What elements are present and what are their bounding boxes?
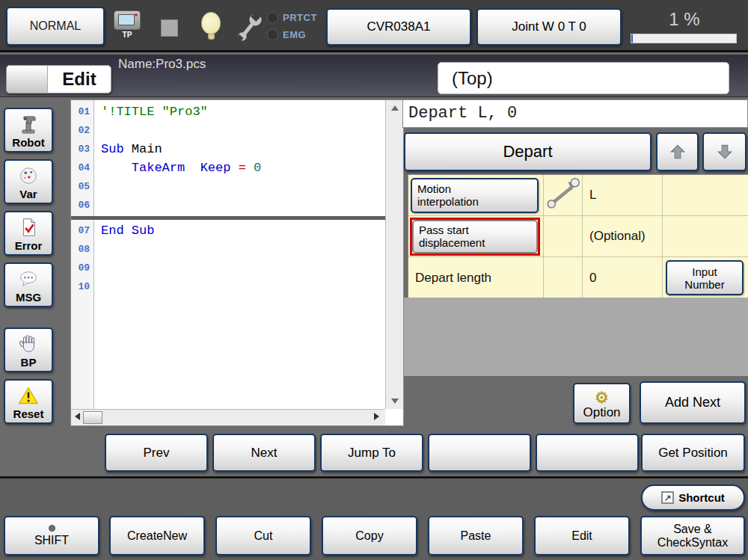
dice-icon: [17, 163, 40, 188]
param-action-cell: [663, 175, 748, 216]
param-button[interactable]: Motion interpolation: [411, 178, 539, 213]
nav-button-blank[interactable]: [536, 434, 639, 472]
nav-button-jump-to[interactable]: Jump To: [320, 434, 423, 472]
code-line[interactable]: 10: [71, 277, 385, 296]
teach-pendant-screen: NORMAL TP PRTCT EMG: [0, 0, 748, 560]
shortcut-button[interactable]: ↗ Shortcut: [641, 484, 745, 511]
code-line[interactable]: 09: [71, 259, 385, 277]
code-line[interactable]: 05: [71, 177, 385, 196]
prtct-indicator: PRTCT: [267, 12, 317, 23]
sidebar-button-reset[interactable]: Reset: [4, 379, 53, 424]
param-label: Depart length: [408, 271, 491, 286]
scroll-left-icon[interactable]: [75, 413, 80, 420]
wrench-icon[interactable]: [235, 9, 265, 46]
command-select-button[interactable]: Depart: [404, 132, 652, 171]
tp-led-icon: [135, 13, 138, 16]
tab-edit[interactable]: Edit: [6, 65, 111, 93]
code-line[interactable]: 06: [71, 196, 385, 215]
sidebar-button-error[interactable]: Error: [4, 211, 53, 256]
stop-square-icon[interactable]: [161, 19, 178, 37]
sidebar-button-label: Robot: [12, 136, 44, 150]
line-number: 04: [71, 162, 94, 173]
horizontal-scroll-thumb[interactable]: [83, 411, 102, 424]
param-label-cell: Depart length: [408, 257, 544, 298]
error-doc-icon: [17, 215, 40, 239]
param-action-cell: Input Number: [663, 257, 748, 298]
param-label-cell: Pass start displacement: [408, 216, 544, 257]
sidebar-button-var[interactable]: Var: [4, 159, 53, 204]
vertical-scrollbar[interactable]: [385, 100, 403, 409]
code-line[interactable]: 08: [71, 240, 385, 259]
sidebar-button-msg[interactable]: MSG: [4, 262, 53, 307]
param-icon-cell: [544, 257, 583, 298]
line-number: 06: [71, 200, 94, 211]
fkey-button-createnew[interactable]: CreateNew: [109, 516, 205, 556]
speed-progress-bar: [631, 34, 737, 43]
fkey-label: CreateNew: [127, 529, 187, 543]
nav-button-blank[interactable]: [428, 434, 531, 472]
teach-pendant-icon[interactable]: TP: [111, 10, 144, 43]
code-line[interactable]: 02: [71, 121, 385, 140]
nav-button-next[interactable]: Next: [212, 434, 316, 472]
code-line[interactable]: 03Sub Main: [71, 140, 385, 159]
input-number-button[interactable]: Input Number: [666, 260, 744, 295]
statement-field[interactable]: Depart L, 0: [402, 99, 748, 128]
fkey-button-shift[interactable]: SHIFT: [4, 516, 99, 556]
message-icon: [17, 266, 40, 291]
code-area[interactable]: 01'!TITLE "Pro3"0203Sub Main04 TakeArm K…: [71, 100, 385, 409]
fkey-button-paste[interactable]: Paste: [428, 516, 524, 556]
sidebar-button-robot[interactable]: Robot: [4, 108, 53, 153]
scroll-up-icon[interactable]: [391, 105, 399, 111]
code-lines: 01'!TITLE "Pro3"0203Sub Main04 TakeArm K…: [71, 102, 385, 296]
fkey-label: Save & CheckSyntax: [657, 523, 728, 550]
fkey-label: Copy: [355, 529, 383, 543]
command-up-button[interactable]: [656, 132, 699, 171]
scroll-down-icon[interactable]: [391, 399, 399, 404]
command-down-button[interactable]: [702, 132, 747, 171]
nav-button-prev[interactable]: Prev: [105, 434, 208, 472]
fkey-button-copy[interactable]: Copy: [322, 516, 417, 556]
bottom-panel: ↗ Shortcut SHIFTCreateNewCutCopyPasteEdi…: [0, 479, 748, 560]
sidebar-button-bp[interactable]: BP: [4, 327, 53, 372]
sidebar-button-label: BP: [21, 356, 37, 369]
fkey-label: SHIFT: [34, 534, 69, 547]
arrow-up-icon: [668, 142, 687, 161]
code-editor[interactable]: 01'!TITLE "Pro3"0203Sub Main04 TakeArm K…: [70, 99, 404, 426]
tp-device-icon: [114, 10, 141, 30]
code-line[interactable]: 07End Sub: [71, 221, 385, 240]
sidebar-button-label: MSG: [16, 291, 41, 304]
param-value: 0: [583, 271, 596, 286]
fkey-button-edit[interactable]: Edit: [534, 516, 630, 556]
controller-button[interactable]: CVR038A1: [326, 8, 471, 46]
scroll-right-icon[interactable]: [374, 413, 379, 420]
add-next-button[interactable]: Add Next: [640, 381, 746, 424]
highlight-frame: Pass start displacement: [410, 218, 540, 256]
horizontal-scrollbar[interactable]: [71, 409, 385, 425]
fkey-button-cut[interactable]: Cut: [215, 516, 311, 556]
lamp-icon[interactable]: [201, 12, 221, 34]
code-text: TakeArm Keep = 0: [94, 161, 261, 175]
param-value-cell: L: [583, 175, 663, 216]
param-icon-cell: [544, 216, 583, 257]
fkey-label: Cut: [254, 529, 273, 543]
joint-mode-button[interactable]: Joint W 0 T 0: [476, 8, 622, 46]
code-line[interactable]: 04 TakeArm Keep = 0: [71, 159, 385, 177]
option-button[interactable]: ⚙ Option: [573, 383, 631, 424]
param-value: (Optional): [583, 229, 646, 244]
line-number: 07: [71, 225, 94, 236]
mode-button[interactable]: NORMAL: [6, 7, 105, 46]
warning-icon: [17, 383, 40, 407]
code-line[interactable]: 01'!TITLE "Pro3": [71, 102, 385, 121]
param-label-cell: Motion interpolation: [408, 175, 544, 216]
param-button[interactable]: Pass start displacement: [412, 220, 538, 253]
robot-icon: [16, 111, 40, 136]
fkey-label: Edit: [571, 529, 592, 543]
tab-blank-segment[interactable]: [7, 66, 48, 93]
prtct-label: PRTCT: [283, 12, 317, 23]
emg-indicator: EMG: [267, 29, 306, 40]
fkey-button-save-checksyntax[interactable]: Save & CheckSyntax: [640, 516, 745, 556]
tp-label: TP: [111, 31, 144, 39]
parameter-table: Motion interpolationLPass start displace…: [408, 174, 747, 300]
nav-button-get-position[interactable]: Get Position: [641, 434, 745, 472]
lamp-base-icon: [208, 34, 215, 40]
